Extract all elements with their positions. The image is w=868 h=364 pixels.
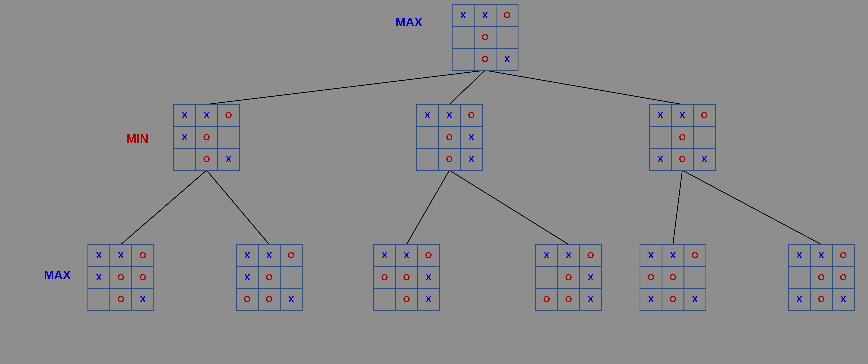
mark-x: X bbox=[140, 294, 146, 304]
mark-x: X bbox=[96, 250, 102, 260]
mark-o: O bbox=[587, 250, 594, 260]
mark-o: O bbox=[266, 272, 273, 282]
mark-x: X bbox=[482, 10, 488, 20]
level-label: MAX bbox=[44, 268, 71, 282]
mark-x: X bbox=[404, 250, 409, 260]
cell bbox=[649, 126, 671, 148]
cell bbox=[693, 126, 715, 148]
cell bbox=[535, 267, 558, 289]
board-c: XXOOXOX bbox=[649, 104, 715, 170]
mark-x: X bbox=[426, 272, 431, 282]
mark-o: O bbox=[446, 154, 453, 164]
cell bbox=[684, 267, 706, 289]
mark-x: X bbox=[182, 132, 187, 142]
mark-o: O bbox=[288, 250, 294, 260]
mark-x: X bbox=[244, 272, 250, 282]
level-label: MIN bbox=[126, 132, 149, 146]
mark-x: X bbox=[288, 294, 294, 304]
mark-x: X bbox=[426, 294, 431, 304]
mark-x: X bbox=[96, 272, 102, 282]
edge bbox=[207, 170, 269, 244]
cell bbox=[88, 288, 110, 310]
mark-o: O bbox=[468, 110, 475, 120]
board-c2: XXOOOXOX bbox=[788, 244, 854, 310]
cell bbox=[496, 26, 518, 49]
cell bbox=[452, 48, 474, 70]
mark-x: X bbox=[504, 54, 510, 64]
cell bbox=[218, 126, 240, 148]
mark-x: X bbox=[701, 154, 707, 164]
mark-o: O bbox=[543, 294, 550, 304]
edge bbox=[207, 70, 485, 104]
mark-o: O bbox=[140, 272, 146, 282]
mark-o: O bbox=[482, 32, 489, 42]
mark-x: X bbox=[446, 110, 453, 120]
edge bbox=[682, 170, 821, 244]
mark-x: X bbox=[204, 110, 210, 120]
mark-x: X bbox=[468, 154, 474, 164]
mark-o: O bbox=[504, 10, 510, 20]
mark-x: X bbox=[818, 250, 824, 260]
mark-x: X bbox=[692, 294, 698, 304]
mark-x: X bbox=[797, 250, 802, 260]
mark-o: O bbox=[840, 250, 847, 260]
board-a: XXOXOOX bbox=[174, 104, 240, 170]
mark-o: O bbox=[203, 154, 210, 164]
mark-o: O bbox=[670, 272, 676, 282]
edge bbox=[450, 170, 569, 244]
mark-x: X bbox=[381, 250, 388, 260]
board-b1: XXOOOXOX bbox=[374, 244, 439, 310]
mark-o: O bbox=[691, 250, 698, 260]
mark-x: X bbox=[566, 250, 571, 260]
board-root: XXOOOX bbox=[452, 4, 518, 70]
mark-x: X bbox=[244, 250, 250, 260]
cell bbox=[280, 267, 302, 289]
mark-x: X bbox=[670, 250, 676, 260]
mark-o: O bbox=[670, 294, 676, 304]
cell bbox=[374, 288, 396, 310]
mark-o: O bbox=[118, 272, 124, 282]
mark-x: X bbox=[182, 110, 187, 120]
mark-x: X bbox=[657, 154, 663, 164]
mark-o: O bbox=[818, 272, 825, 282]
mark-o: O bbox=[403, 294, 410, 304]
mark-o: O bbox=[403, 272, 410, 282]
mark-x: X bbox=[266, 250, 272, 260]
mark-o: O bbox=[701, 110, 708, 120]
mark-o: O bbox=[840, 272, 847, 282]
mark-x: X bbox=[840, 294, 846, 304]
mark-o: O bbox=[446, 132, 453, 142]
mark-x: X bbox=[544, 250, 550, 260]
mark-x: X bbox=[657, 110, 663, 120]
edge bbox=[407, 170, 450, 244]
mark-o: O bbox=[118, 294, 124, 304]
edge bbox=[450, 70, 485, 104]
mark-x: X bbox=[679, 110, 685, 120]
mark-o: O bbox=[648, 272, 654, 282]
mark-o: O bbox=[679, 154, 686, 164]
board-a1: XXOXOOOX bbox=[88, 244, 154, 310]
mark-o: O bbox=[244, 294, 250, 304]
mark-x: X bbox=[648, 294, 654, 304]
edge bbox=[121, 170, 207, 244]
mark-o: O bbox=[266, 294, 273, 304]
mark-x: X bbox=[118, 250, 124, 260]
mark-x: X bbox=[588, 294, 593, 304]
mark-o: O bbox=[565, 272, 572, 282]
mark-o: O bbox=[140, 250, 146, 260]
mark-x: X bbox=[588, 272, 593, 282]
mark-o: O bbox=[425, 250, 432, 260]
mark-x: X bbox=[460, 10, 466, 20]
cell bbox=[416, 126, 438, 148]
cell bbox=[174, 148, 196, 170]
mark-o: O bbox=[818, 294, 825, 304]
mark-o: O bbox=[565, 294, 572, 304]
mark-x: X bbox=[425, 110, 430, 120]
board-b2: XXOOXOOX bbox=[535, 244, 601, 310]
edge bbox=[485, 70, 682, 104]
mark-x: X bbox=[797, 294, 802, 304]
mark-x: X bbox=[648, 250, 654, 260]
board-c1: XXOOOXOX bbox=[640, 244, 706, 310]
mark-o: O bbox=[381, 272, 388, 282]
board-a2: XXOXOOOX bbox=[236, 244, 302, 310]
